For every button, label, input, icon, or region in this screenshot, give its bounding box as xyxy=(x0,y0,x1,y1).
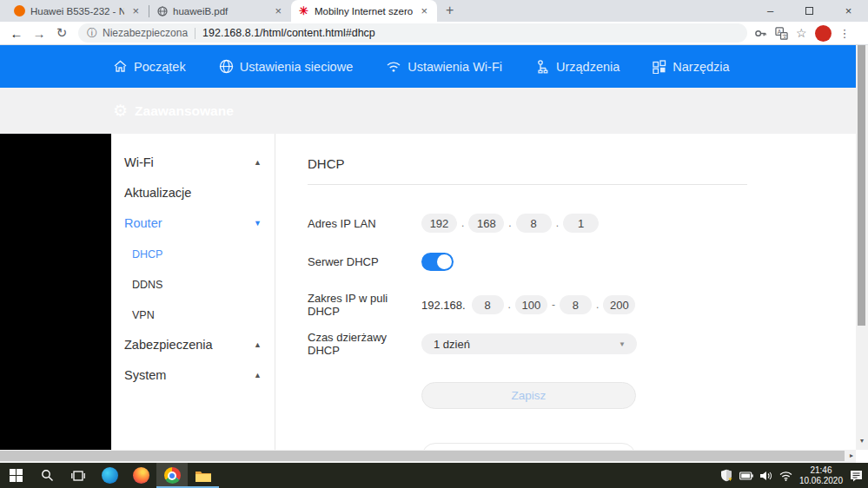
reload-button[interactable]: ↻ xyxy=(50,25,73,41)
ip-pool-row: Zakres IP w puli DHCP 192.168. 8 . 100 -… xyxy=(308,292,635,318)
pool-end-octet3-input[interactable]: 8 xyxy=(560,295,592,314)
pool-end-octet4-input[interactable]: 200 xyxy=(603,295,635,314)
dhcp-server-row: Serwer DHCP xyxy=(308,253,454,271)
translate-icon[interactable]: A文 xyxy=(775,27,788,40)
orange-logo-icon xyxy=(14,5,25,16)
wifi-icon xyxy=(386,60,401,73)
lease-time-label: Czas dzierżawy DHCP xyxy=(308,331,421,357)
nav-item-wifi-settings[interactable]: Ustawienia Wi-Fi xyxy=(386,60,502,74)
clock-date: 10.06.2020 xyxy=(799,476,843,486)
sidebar-item-dhcp[interactable]: DHCP xyxy=(111,244,275,265)
scroll-right-arrow-icon[interactable]: ▸ xyxy=(850,452,853,459)
sidebar-item-router[interactable]: Router ▼ xyxy=(111,213,275,234)
chevron-up-icon[interactable]: ▲ xyxy=(254,158,262,167)
settings-sidebar: Wi-Fi ▲ Aktualizacje Router ▼ DHCP DDNS xyxy=(111,134,275,450)
vertical-scrollbar-thumb[interactable] xyxy=(858,45,865,326)
browser-tab-active[interactable]: ✳ Mobilny Internet szerokopasmow × xyxy=(291,0,437,22)
password-key-icon[interactable] xyxy=(754,27,767,40)
file-explorer-taskbar-button[interactable] xyxy=(188,463,219,488)
horizontal-scrollbar-thumb[interactable] xyxy=(0,451,845,461)
sidebar-item-wifi[interactable]: Wi-Fi ▲ xyxy=(111,152,275,173)
sidebar-item-ddns[interactable]: DDNS xyxy=(111,274,275,295)
new-tab-button[interactable]: + xyxy=(437,3,462,22)
close-window-button[interactable]: × xyxy=(829,0,868,22)
file-explorer-icon xyxy=(195,470,211,482)
firefox-taskbar-button[interactable] xyxy=(125,463,156,488)
nav-item-home[interactable]: Początek xyxy=(113,59,186,74)
lan-ip-octet1-input[interactable]: 192 xyxy=(421,214,457,233)
close-icon[interactable]: × xyxy=(129,4,142,17)
pool-start-octet3-input[interactable]: 8 xyxy=(472,295,504,314)
pool-start-octet4-input[interactable]: 100 xyxy=(515,295,547,314)
top-navigation: Początek Ustawienia sieciowe Ustawienia … xyxy=(0,45,868,88)
taskbar-search-button[interactable] xyxy=(31,463,63,488)
ip-dash: - xyxy=(552,299,555,311)
sidebar-label: DDNS xyxy=(132,279,162,291)
sidebar-label: VPN xyxy=(132,309,155,321)
security-shield-icon[interactable] xyxy=(720,469,732,482)
advanced-label[interactable]: Zaawansowane xyxy=(135,103,234,119)
scroll-down-arrow-icon[interactable]: ▾ xyxy=(856,437,868,445)
more-menu-icon[interactable]: ⋮ xyxy=(839,27,851,40)
task-view-button[interactable] xyxy=(63,463,94,488)
nav-label: Początek xyxy=(134,60,186,74)
edge-icon xyxy=(102,467,118,484)
forward-button[interactable]: → xyxy=(28,26,50,41)
sidebar-item-aktualizacje[interactable]: Aktualizacje xyxy=(111,182,275,203)
chevron-up-icon[interactable]: ▲ xyxy=(254,371,262,379)
next-section-peek xyxy=(421,443,636,450)
lan-ip-row: Adres IP LAN 192 . 168 . 8 . 1 xyxy=(308,214,599,233)
sidebar-label: Wi-Fi xyxy=(124,155,154,169)
nav-item-tools[interactable]: Narzędzia xyxy=(653,60,729,74)
chrome-taskbar-button[interactable] xyxy=(156,463,188,488)
tab-title: Mobilny Internet szerokopasmow xyxy=(315,6,413,16)
chrome-icon xyxy=(164,467,181,484)
profile-avatar[interactable] xyxy=(815,25,832,42)
network-signal-icon[interactable] xyxy=(779,471,792,481)
action-center-icon[interactable] xyxy=(850,470,863,482)
toggle-knob xyxy=(437,254,452,269)
nav-item-devices[interactable]: Urządzenia xyxy=(535,59,620,74)
globe-icon xyxy=(219,59,234,74)
lan-ip-octet2-input[interactable]: 168 xyxy=(468,214,504,233)
taskbar-clock[interactable]: 21:46 10.06.2020 xyxy=(799,465,843,486)
sidebar-item-system[interactable]: System ▲ xyxy=(111,365,275,386)
lan-ip-octet3-input[interactable]: 8 xyxy=(516,214,552,233)
ip-dot: . xyxy=(596,299,599,311)
lan-ip-octet4-input[interactable]: 1 xyxy=(563,214,599,233)
volume-icon[interactable] xyxy=(760,471,772,481)
battery-icon[interactable] xyxy=(739,472,753,480)
chevron-down-icon[interactable]: ▼ xyxy=(254,219,262,228)
save-button[interactable]: Zapisz xyxy=(421,382,636,409)
close-icon[interactable]: × xyxy=(418,4,430,17)
huawei-logo-icon: ✳ xyxy=(298,5,309,16)
sidebar-label: System xyxy=(124,368,166,382)
minimize-button[interactable]: – xyxy=(751,0,790,22)
gear-icon: ⚙ xyxy=(113,102,128,119)
nav-item-network-settings[interactable]: Ustawienia sieciowe xyxy=(219,59,354,74)
info-icon[interactable]: ⓘ xyxy=(87,26,97,41)
address-bar[interactable]: ⓘ Niezabezpieczona 192.168.8.1/html/cont… xyxy=(78,23,747,43)
window-controls: – × xyxy=(751,0,868,22)
start-button[interactable] xyxy=(0,463,31,488)
dhcp-settings-panel: DHCP Adres IP LAN 192 . 168 . 8 . 1 Serw… xyxy=(275,134,856,450)
sidebar-item-zabezpieczenia[interactable]: Zabezpieczenia ▲ xyxy=(111,334,275,355)
globe-icon xyxy=(156,5,168,16)
vertical-scrollbar[interactable]: ▾ xyxy=(856,45,868,450)
omnibox-separator xyxy=(195,28,195,39)
dhcp-server-toggle[interactable] xyxy=(421,253,454,271)
bookmark-star-icon[interactable]: ☆ xyxy=(796,26,807,40)
dhcp-server-label: Serwer DHCP xyxy=(308,255,421,268)
ip-dot: . xyxy=(461,217,464,229)
restore-button[interactable] xyxy=(790,0,829,22)
back-button[interactable]: ← xyxy=(5,26,28,41)
lease-time-select[interactable]: 1 dzień ▼ xyxy=(421,333,637,354)
horizontal-scrollbar[interactable]: ▸ xyxy=(0,450,856,463)
tools-grid-icon xyxy=(653,60,666,74)
chevron-up-icon[interactable]: ▲ xyxy=(254,340,262,349)
browser-tab-orange[interactable]: Huawei B535-232 - Nasz Orange × xyxy=(7,0,149,22)
edge-taskbar-button[interactable] xyxy=(94,463,125,488)
browser-tab-pdf[interactable]: huaweiB.pdf × xyxy=(149,0,291,22)
sidebar-item-vpn[interactable]: VPN xyxy=(111,305,275,326)
close-icon[interactable]: × xyxy=(272,4,284,17)
